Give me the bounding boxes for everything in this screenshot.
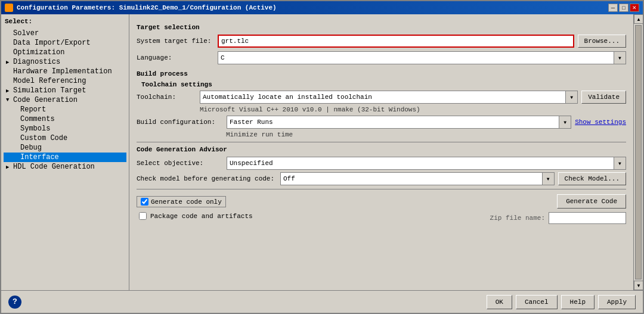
- package-code-label: Package code and artifacts: [150, 213, 253, 220]
- sidebar-item-comments[interactable]: Comments: [4, 114, 126, 124]
- select-objective-label: Select objective:: [137, 160, 223, 167]
- scroll-down-button[interactable]: ▼: [634, 281, 643, 290]
- validate-button[interactable]: Validate: [581, 91, 626, 104]
- bottom-actions: Generate code only Package code and arti…: [137, 194, 626, 224]
- generate-code-button[interactable]: Generate Code: [557, 194, 626, 209]
- check-model-label: Check model before generating code:: [137, 175, 277, 182]
- language-dropdown-arrow[interactable]: ▼: [614, 51, 626, 64]
- build-config-select-wrapper: Faster Runs Faster Builds Debug Specify …: [227, 116, 571, 129]
- apply-button[interactable]: Apply: [598, 295, 636, 309]
- sidebar-label-symbols: Symbols: [20, 125, 50, 133]
- toolchain-settings-header: Toolchain settings: [141, 81, 626, 88]
- separator-2: [137, 189, 626, 189]
- build-config-row: Build configuration: Faster Runs Faster …: [137, 116, 626, 129]
- sidebar-item-interface[interactable]: Interface: [4, 153, 126, 162]
- no-arrow: [13, 107, 19, 113]
- sidebar-label-diagnostics: Diagnostics: [13, 58, 60, 66]
- sidebar-item-hardware-implementation[interactable]: Hardware Implementation: [4, 67, 126, 76]
- right-actions: Generate Code Zip file name:: [490, 194, 626, 224]
- sidebar-item-solver[interactable]: Solver: [4, 29, 126, 38]
- no-arrow: [13, 126, 19, 132]
- no-arrow: [13, 116, 19, 122]
- footer-left: ?: [8, 296, 21, 309]
- scroll-up-button[interactable]: ▲: [634, 14, 643, 24]
- system-target-file-row: System target file: Browse...: [137, 35, 626, 48]
- toolchain-info: Microsoft Visual C++ 2010 v10.0 | nmake …: [200, 106, 626, 113]
- toolchain-row: Toolchain: Automatically locate an insta…: [137, 91, 626, 104]
- build-config-label: Build configuration:: [137, 119, 223, 126]
- no-arrow: [13, 135, 19, 141]
- toolchain-select[interactable]: Automatically locate an installed toolch…: [200, 91, 566, 104]
- sidebar-label-hardware-implementation: Hardware Implementation: [13, 67, 112, 76]
- no-arrow: [6, 49, 12, 55]
- scrollbar-thumb[interactable]: [635, 25, 642, 279]
- title-bar-controls: ─ □ ✕: [608, 4, 639, 12]
- language-label: Language:: [137, 54, 214, 61]
- left-checkboxes: Generate code only Package code and arti…: [137, 196, 253, 222]
- no-arrow: [13, 145, 19, 151]
- sidebar-item-model-referencing[interactable]: Model Referencing: [4, 76, 126, 86]
- sidebar-item-data-import-export[interactable]: Data Import/Export: [4, 38, 126, 48]
- sidebar-label-comments: Comments: [20, 115, 55, 123]
- sidebar-label-code-generation: Code Generation: [13, 96, 78, 104]
- sidebar-label-simulation-target: Simulation Target: [13, 86, 86, 95]
- zip-row: Zip file name:: [490, 212, 626, 224]
- footer: ? OK Cancel Help Apply: [1, 290, 643, 313]
- language-row: Language: C C++ ▼: [137, 51, 626, 64]
- build-config-dropdown-arrow[interactable]: ▼: [559, 116, 571, 129]
- zip-file-input[interactable]: [549, 212, 626, 224]
- main-window: Configuration Parameters: Simulink2C_Dem…: [0, 0, 644, 314]
- sidebar-item-diagnostics[interactable]: ▶ Diagnostics: [4, 57, 126, 67]
- sidebar-item-symbols[interactable]: Symbols: [4, 124, 126, 133]
- package-code-checkbox[interactable]: [139, 212, 147, 220]
- sidebar-title: Select:: [4, 17, 126, 26]
- no-arrow: [6, 78, 12, 84]
- close-button[interactable]: ✕: [630, 4, 639, 12]
- generate-code-only-label: Generate code only: [151, 198, 222, 206]
- sidebar-item-custom-code[interactable]: Custom Code: [4, 133, 126, 143]
- build-config-select[interactable]: Faster Runs Faster Builds Debug Specify: [227, 116, 559, 129]
- check-model-select[interactable]: Off On: [280, 172, 543, 185]
- separator-1: [137, 142, 626, 142]
- language-select[interactable]: C C++: [218, 51, 614, 64]
- chevron-right-icon-sim: ▶: [6, 88, 12, 94]
- generate-code-only-checkbox[interactable]: [141, 198, 148, 206]
- right-content: Target selection System target file: Bro…: [129, 14, 643, 290]
- toolchain-dropdown-arrow[interactable]: ▼: [566, 91, 578, 104]
- sidebar: Select: Solver Data Import/Export Optimi…: [1, 14, 129, 290]
- sidebar-label-hdl-code-generation: HDL Code Generation: [13, 163, 95, 171]
- system-target-file-input[interactable]: [218, 35, 574, 48]
- check-model-dropdown-arrow[interactable]: ▼: [543, 172, 555, 185]
- sidebar-item-code-generation[interactable]: ▼ Code Generation: [4, 95, 126, 105]
- advisor-header: Code Generation Advisor: [137, 146, 626, 153]
- sidebar-item-debug[interactable]: Debug: [4, 143, 126, 153]
- no-arrow: [6, 69, 12, 74]
- maximize-button[interactable]: □: [619, 4, 628, 12]
- sidebar-label-custom-code: Custom Code: [20, 134, 67, 142]
- no-arrow: [6, 40, 12, 46]
- toolchain-select-wrapper: Automatically locate an installed toolch…: [200, 91, 578, 104]
- ok-button[interactable]: OK: [487, 295, 512, 309]
- scrollbar-track: ▲ ▼: [633, 14, 643, 290]
- sidebar-item-report[interactable]: Report: [4, 105, 126, 114]
- target-selection-header: Target selection: [137, 24, 626, 31]
- check-model-select-wrapper: Off On ▼: [280, 172, 555, 185]
- sidebar-label-data-import-export: Data Import/Export: [13, 39, 91, 47]
- chevron-right-icon-hdl: ▶: [6, 164, 12, 170]
- build-config-info: Minimize run time: [226, 131, 626, 138]
- toolchain-label: Toolchain:: [137, 94, 196, 101]
- help-button[interactable]: Help: [561, 295, 595, 309]
- cancel-button[interactable]: Cancel: [516, 295, 558, 309]
- select-objective-select[interactable]: Unspecified Execution efficiency ROM eff…: [227, 157, 614, 170]
- browse-button[interactable]: Browse...: [578, 35, 626, 48]
- check-model-button[interactable]: Check Model...: [558, 172, 626, 185]
- sidebar-item-simulation-target[interactable]: ▶ Simulation Target: [4, 86, 126, 95]
- sidebar-item-optimization[interactable]: Optimization: [4, 48, 126, 57]
- sidebar-item-hdl-code-generation[interactable]: ▶ HDL Code Generation: [4, 162, 126, 172]
- sidebar-label-interface: Interface: [20, 153, 59, 161]
- help-icon-circle[interactable]: ?: [8, 296, 21, 309]
- minimize-button[interactable]: ─: [608, 4, 618, 12]
- show-settings-link[interactable]: Show settings: [575, 119, 626, 126]
- zip-file-label: Zip file name:: [490, 214, 545, 222]
- select-objective-arrow[interactable]: ▼: [614, 157, 626, 170]
